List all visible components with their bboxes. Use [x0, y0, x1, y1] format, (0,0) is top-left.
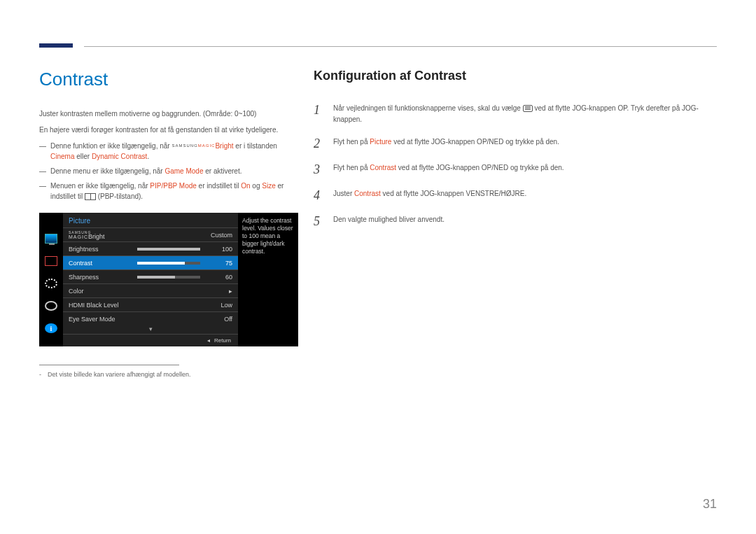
osd-row-label: Eye Saver Mode	[69, 316, 204, 323]
note-item: Denne funktion er ikke tilgængelig, når …	[39, 141, 298, 162]
section-title: Contrast	[39, 69, 298, 90]
osd-row: Brightness100	[63, 241, 238, 255]
step-number: 2	[314, 131, 333, 157]
samsung-label: SAMSUNG	[172, 143, 197, 148]
step-row: 4Juster Contrast ved at flytte JOG-knapp…	[314, 183, 717, 209]
scroll-down-icon: ▾	[63, 325, 238, 334]
osd-header: Picture	[63, 213, 238, 227]
osd-main-panel: Picture SAMSUNGMAGICBrightCustomBrightne…	[63, 213, 238, 346]
footnote: Det viste billede kan variere afhængigt …	[39, 371, 298, 378]
pbp-icon	[85, 193, 96, 200]
restriction-notes: Denne funktion er ikke tilgængelig, når …	[39, 141, 298, 202]
header-divider	[84, 46, 717, 47]
osd-row-label: SAMSUNGMAGICBright	[69, 230, 204, 240]
subsection-title: Konfiguration af Contrast	[314, 69, 717, 83]
osd-row-value: Custom	[204, 232, 232, 239]
osd-row: HDMI Black LevelLow	[63, 297, 238, 311]
osd-row-value: ▸	[204, 288, 232, 295]
step-text: Flyt hen på Contrast ved at flytte JOG-k…	[333, 157, 717, 183]
pip-icon	[45, 256, 57, 266]
back-arrow-icon: ◂	[207, 337, 210, 344]
step-row: 2Flyt hen på Picture ved at flytte JOG-k…	[314, 131, 717, 157]
menu-icon	[523, 105, 533, 112]
osd-row-value: 60	[204, 274, 232, 281]
step-list: 1Når vejledningen til funktionsknapperne…	[314, 97, 717, 234]
step-text: Flyt hen på Picture ved at flytte JOG-kn…	[333, 131, 717, 157]
osd-row: Sharpness60	[63, 269, 238, 283]
osd-slider	[137, 248, 200, 251]
osd-row-label: Sharpness	[69, 274, 137, 281]
info-icon: i	[45, 323, 57, 333]
osd-slider	[137, 276, 200, 279]
step-text: Den valgte mulighed bliver anvendt.	[333, 209, 717, 234]
page-number: 31	[703, 497, 717, 512]
step-row: 5Den valgte mulighed bliver anvendt.	[314, 209, 717, 234]
osd-row: Eye Saver ModeOff	[63, 311, 238, 325]
osd-row-value: Off	[204, 316, 232, 323]
step-number: 5	[314, 209, 333, 234]
picture-icon	[45, 234, 57, 244]
step-number: 4	[314, 183, 333, 209]
display-icon	[45, 279, 57, 288]
return-label: Return	[214, 337, 231, 344]
step-number: 1	[314, 97, 333, 131]
note-item: Denne menu er ikke tilgængelig, når Game…	[39, 166, 298, 176]
step-text: Når vejledningen til funktionsknapperne …	[333, 97, 717, 131]
osd-screenshot: i Picture SAMSUNGMAGICBrightCustomBright…	[39, 213, 298, 346]
step-row: 3Flyt hen på Contrast ved at flytte JOG-…	[314, 157, 717, 183]
settings-icon	[45, 301, 57, 311]
osd-row-label: Color	[69, 288, 204, 295]
header-accent	[39, 43, 73, 48]
osd-row-label: HDMI Black Level	[69, 302, 204, 309]
step-number: 3	[314, 157, 333, 183]
osd-row: Contrast75	[63, 255, 238, 269]
osd-slider	[137, 262, 200, 265]
osd-row-label: Contrast	[69, 260, 137, 267]
osd-tooltip: Adjust the contrast level. Values closer…	[238, 213, 298, 346]
osd-row: Color▸	[63, 283, 238, 297]
footnote-divider	[39, 365, 179, 365]
osd-sidebar: i	[39, 213, 63, 346]
osd-row-value: 75	[204, 260, 232, 267]
intro-text-2: En højere værdi forøger kontrasten for a…	[39, 125, 298, 135]
osd-footer: ◂ Return	[63, 334, 238, 346]
osd-row-value: Low	[204, 302, 232, 309]
intro-text-1: Juster kontrasten mellem motiverne og ba…	[39, 108, 298, 119]
note-item: Menuen er ikke tilgængelig, når PIP/PBP …	[39, 181, 298, 202]
step-row: 1Når vejledningen til funktionsknapperne…	[314, 97, 717, 131]
osd-row-label: Brightness	[69, 246, 137, 253]
step-text: Juster Contrast ved at flytte JOG-knappe…	[333, 183, 717, 209]
osd-row: SAMSUNGMAGICBrightCustom	[63, 227, 238, 241]
osd-row-value: 100	[204, 246, 232, 253]
